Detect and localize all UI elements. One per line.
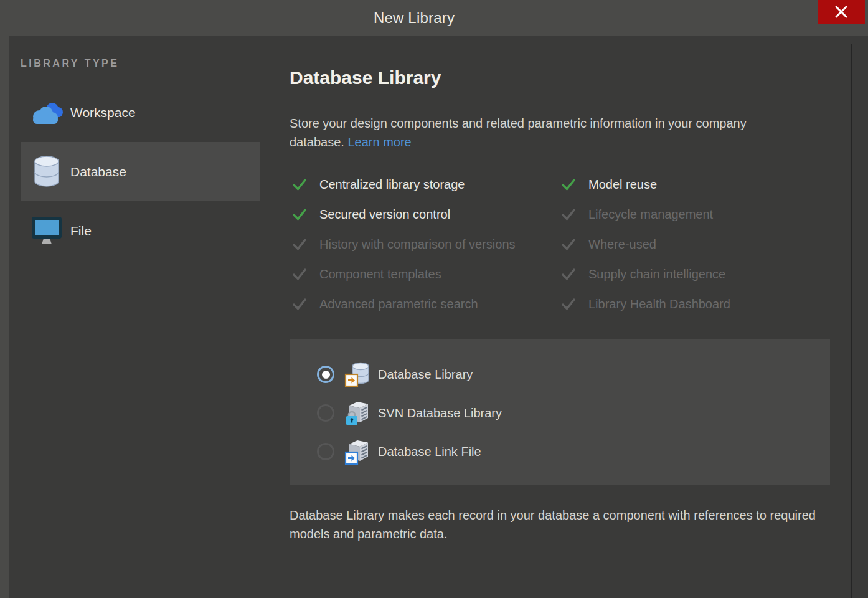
checkmark-icon: [293, 208, 306, 221]
feature-row: Supply chain intelligence: [559, 259, 833, 289]
sidebar-item-database[interactable]: Database: [21, 142, 260, 201]
sidebar-item-label: Database: [70, 164, 126, 179]
checkmark-icon: [293, 178, 306, 191]
option-label: Database Library: [378, 368, 473, 382]
feature-label: Lifecycle management: [588, 207, 713, 222]
sidebar-item-file[interactable]: File: [21, 201, 260, 260]
monitor-icon: [29, 216, 64, 246]
library-type-header: LIBRARY TYPE: [21, 58, 119, 69]
checkmark-icon: [562, 298, 575, 310]
page-title: Database Library: [290, 67, 441, 88]
sidebar-item-workspace[interactable]: Workspace: [21, 83, 260, 142]
option-database-link-file[interactable]: Database Link File: [290, 432, 830, 471]
server-arrow-icon: [344, 439, 370, 465]
cloud-icon: [29, 100, 64, 125]
library-options-panel: Database Library SVN Database Libra: [290, 339, 830, 485]
checkmark-icon: [293, 268, 306, 280]
feature-column-right: Model reuse Lifecycle management Where-u…: [559, 169, 833, 319]
sidebar-item-label: Workspace: [70, 105, 136, 120]
feature-label: Library Health Dashboard: [588, 297, 730, 311]
option-description-text: Database Library makes each record in yo…: [290, 506, 819, 543]
feature-label: Supply chain intelligence: [588, 267, 725, 282]
titlebar: New Library: [0, 0, 868, 36]
option-label: Database Link File: [378, 445, 481, 459]
feature-row: Model reuse: [559, 169, 833, 199]
checkmark-icon: [293, 298, 306, 310]
server-lock-icon: [344, 400, 370, 426]
feature-label: Advanced parametric search: [319, 297, 478, 311]
description-text: Store your design components and related…: [290, 114, 788, 151]
feature-row: Library Health Dashboard: [559, 289, 833, 319]
checkmark-icon: [562, 268, 575, 280]
option-label: SVN Database Library: [378, 406, 502, 420]
checkmark-icon: [562, 208, 575, 221]
window-frame-edge: [0, 36, 9, 598]
feature-label: Secured version control: [319, 207, 450, 222]
checkmark-icon: [293, 238, 306, 250]
sidebar-item-label: File: [70, 224, 92, 239]
radio-button[interactable]: [317, 443, 334, 460]
feature-column-left: Centralized library storage Secured vers…: [290, 169, 557, 319]
feature-label: Component templates: [319, 267, 441, 282]
radio-button[interactable]: [317, 404, 334, 422]
close-button[interactable]: [818, 0, 865, 24]
radio-button[interactable]: [317, 366, 334, 383]
feature-label: Model reuse: [588, 178, 657, 192]
feature-row: Centralized library storage: [290, 169, 557, 199]
feature-label: Where-used: [588, 237, 656, 252]
feature-row: Where-used: [559, 229, 833, 259]
checkmark-icon: [562, 238, 575, 250]
feature-row: Advanced parametric search: [290, 289, 557, 319]
window-title: New Library: [0, 0, 828, 36]
feature-row: Lifecycle management: [559, 199, 833, 229]
database-arrow-icon: [344, 361, 370, 387]
database-icon: [29, 155, 64, 189]
close-icon: [834, 5, 848, 19]
feature-row: History with comparison of versions: [290, 229, 557, 259]
feature-label: History with comparison of versions: [319, 237, 516, 252]
feature-label: Centralized library storage: [319, 178, 465, 192]
option-database-library[interactable]: Database Library: [290, 355, 830, 394]
checkmark-icon: [562, 178, 575, 191]
option-svn-database-library[interactable]: SVN Database Library: [290, 394, 830, 432]
feature-row: Component templates: [290, 259, 557, 289]
feature-row: Secured version control: [290, 199, 557, 229]
learn-more-link[interactable]: Learn more: [347, 135, 411, 149]
